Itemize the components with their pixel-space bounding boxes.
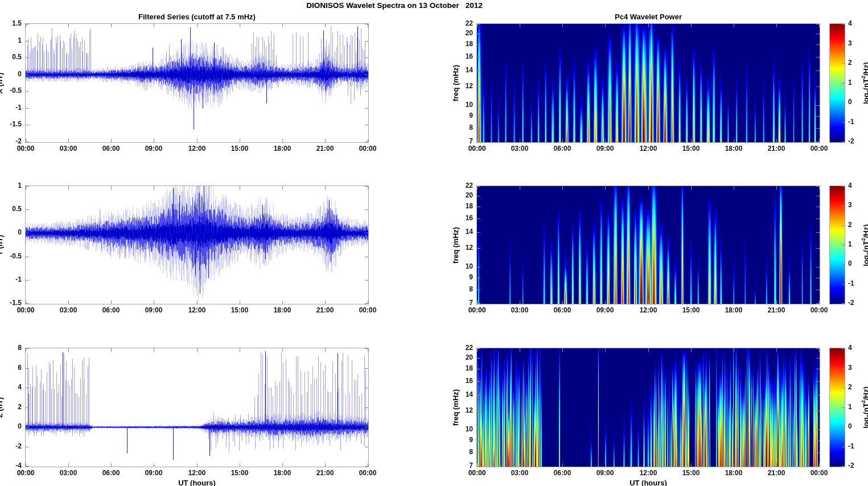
tick-mark [477, 71, 480, 71]
x-tick-label: 09:00 [135, 469, 172, 477]
y-tick-label: 18 [448, 40, 473, 48]
colorbar-tick-label: 4 [848, 182, 852, 190]
y-tick-label: -4 [0, 462, 22, 469]
x-tick-label: 00:00 [801, 469, 837, 477]
tick-mark [26, 466, 29, 467]
tick-mark [365, 427, 368, 427]
tick-mark [365, 466, 368, 467]
tick-mark [477, 381, 480, 382]
tick-mark [154, 348, 154, 352]
tick-mark [776, 139, 777, 142]
colorbar-tick-label: 1 [848, 403, 852, 411]
tick-mark [648, 348, 649, 352]
tick-mark [26, 209, 29, 210]
tick-mark [520, 24, 520, 27]
tick-mark [26, 186, 29, 187]
colorbar-x: 43210-1-2log2(nT2/Hz) [830, 24, 845, 142]
tick-mark [26, 368, 29, 369]
colorbar-tick-label: 4 [848, 19, 852, 27]
y-axis-label: Y (nT) [0, 234, 4, 256]
x-tick-label: 21:00 [758, 145, 795, 153]
tick-mark [477, 348, 480, 349]
tick-mark [365, 280, 368, 281]
tick-mark [477, 24, 480, 24]
tick-mark [816, 24, 820, 24]
tick-mark [691, 186, 692, 190]
tick-mark [691, 24, 692, 27]
tick-mark [197, 348, 198, 352]
tick-mark [477, 186, 480, 187]
tick-mark [365, 142, 368, 142]
y-tick-label: -1.5 [0, 299, 22, 307]
tick-mark [562, 348, 563, 352]
y-tick-label: 1 [0, 182, 22, 190]
colorbar-tick-label: -2 [848, 462, 854, 469]
tick-mark [562, 24, 563, 27]
colorbar-tick-label: 3 [848, 39, 852, 47]
tick-mark [816, 452, 820, 453]
tick-mark [842, 245, 845, 245]
y-tick-label: 7 [448, 299, 473, 307]
tick-mark [325, 300, 326, 304]
colorbar-tick-label: 2 [848, 383, 852, 391]
tick-mark [648, 24, 649, 27]
tick-mark [197, 463, 198, 467]
x-tick-label: 15:00 [221, 469, 258, 477]
tick-mark [477, 44, 480, 45]
y-axis-label: freq (mHz) [451, 65, 460, 101]
y-axis-label: freq (mHz) [451, 389, 460, 426]
x-tick-label: 12:00 [179, 306, 215, 314]
y-axis-label: freq (mHz) [451, 226, 460, 263]
y-spectrogram-canvas [477, 186, 820, 304]
tick-mark [68, 139, 69, 142]
x-series-canvas [26, 24, 368, 142]
x-tick-label: 09:00 [135, 145, 172, 153]
y-tick-label: 10 [448, 425, 473, 433]
tick-mark [477, 411, 480, 411]
y-tick-label: 0.5 [0, 205, 22, 213]
tick-mark [562, 300, 563, 304]
x-tick-label: 06:00 [544, 469, 581, 477]
colorbar-z: 43210-1-2log2(nT2/Hz) [830, 348, 845, 467]
tick-mark [365, 108, 368, 109]
x-tick-label: 00:00 [459, 145, 495, 153]
tick-mark [605, 186, 606, 190]
panel-y-wavelet-power: 00:0003:0006:0009:0012:0015:0018:0021:00… [477, 186, 820, 304]
y-tick-label: 10 [448, 101, 473, 109]
tick-mark [648, 300, 649, 304]
tick-mark [520, 300, 520, 304]
y-tick-label: 8 [448, 285, 473, 293]
y-tick-label: 0 [0, 422, 22, 430]
tick-mark [111, 186, 112, 190]
colorbar-y: 43210-1-2log2(nT2/Hz) [830, 186, 845, 304]
tick-mark [816, 142, 820, 142]
y-tick-label: 9 [448, 273, 473, 281]
tick-mark [26, 142, 29, 142]
tick-mark [111, 139, 112, 142]
z-series-canvas [26, 348, 368, 467]
tick-mark [477, 466, 480, 467]
tick-mark [365, 348, 368, 349]
tick-mark [520, 186, 520, 190]
y-tick-label: 9 [448, 436, 473, 444]
tick-mark [154, 186, 154, 190]
tick-mark [26, 348, 29, 349]
tick-mark [816, 87, 820, 87]
tick-mark [477, 358, 480, 359]
z-spectrogram-canvas [477, 348, 820, 467]
tick-mark [197, 300, 198, 304]
x-tick-label: 18:00 [264, 306, 301, 314]
tick-mark [26, 57, 29, 58]
tick-mark [197, 24, 198, 27]
tick-mark [477, 87, 480, 87]
tick-mark [111, 348, 112, 352]
tick-mark [477, 369, 480, 369]
tick-mark [842, 186, 845, 187]
y-tick-label: 7 [448, 137, 473, 145]
x-tick-label: 03:00 [50, 469, 87, 477]
tick-mark [520, 463, 520, 467]
y-tick-label: 18 [448, 364, 473, 372]
tick-mark [26, 125, 29, 125]
panel-title: Filtered Series (cutoff at 7.5 mHz) [26, 13, 368, 21]
tick-mark [365, 186, 368, 187]
